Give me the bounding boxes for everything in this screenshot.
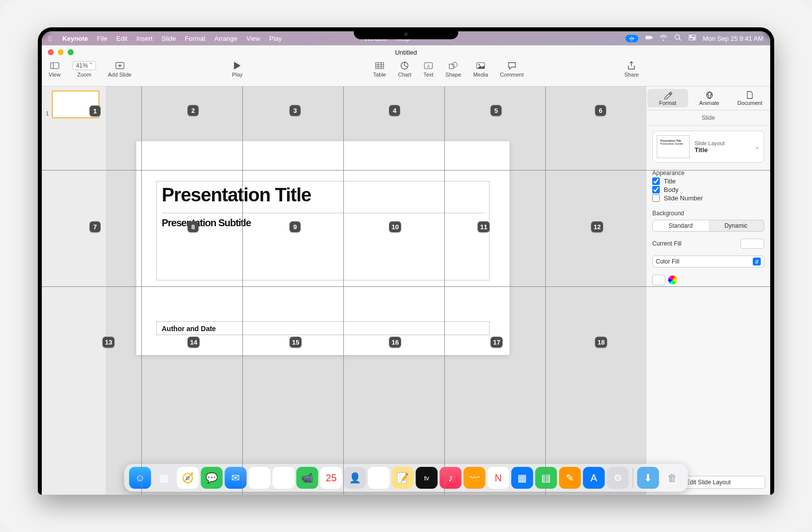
background-label: Background: [652, 210, 764, 217]
svg-rect-1: [646, 37, 651, 39]
dock-appstore[interactable]: A: [583, 467, 605, 489]
keynote-window: Untitled View 41% ˅ Zoom Add Slide: [42, 45, 770, 495]
dock-trash[interactable]: 🗑: [661, 467, 683, 489]
svg-rect-26: [705, 91, 713, 99]
current-fill-label: Current Fill: [652, 240, 682, 247]
fill-color-well[interactable]: [652, 274, 665, 285]
dock-pages[interactable]: ✎: [559, 467, 581, 489]
dock-maps[interactable]: 🗺: [249, 467, 271, 489]
dock-tv[interactable]: tv: [416, 467, 438, 489]
svg-point-3: [675, 35, 679, 39]
inspector: Format Animate Document Slide: [646, 87, 770, 495]
apple-menu[interactable]: : [49, 34, 51, 43]
toolbar-shape[interactable]: Shape: [445, 61, 461, 78]
tab-format[interactable]: Format: [647, 89, 688, 107]
dock-freeform[interactable]: 〰: [464, 467, 486, 489]
menu-insert[interactable]: Insert: [136, 35, 153, 42]
dock-safari[interactable]: 🧭: [177, 467, 199, 489]
slide-layout-picker[interactable]: Presentation Title Presentation Subtitle…: [652, 131, 764, 163]
title-placeholder[interactable]: Presentation Title Presentation Subtitle: [156, 181, 490, 280]
dock-downloads[interactable]: ⬇: [637, 467, 659, 489]
menu-edit[interactable]: Edit: [116, 35, 127, 42]
control-center-icon[interactable]: [689, 34, 696, 43]
appearance-label: Appearance: [652, 170, 764, 177]
toolbar-chart[interactable]: Chart: [398, 61, 411, 78]
dock-photos[interactable]: ✿: [273, 467, 295, 489]
toolbar-play[interactable]: Play: [232, 61, 242, 78]
minimize-button[interactable]: [58, 49, 64, 55]
menu-format[interactable]: Format: [185, 35, 205, 42]
titlebar: Untitled: [42, 46, 770, 59]
dock: ☺▦🧭💬✉🗺✿📹25👤☰📝tv♪〰N▦▤✎A⚙⬇🗑: [124, 464, 688, 492]
current-fill-swatch[interactable]: [740, 239, 764, 249]
svg-rect-9: [51, 63, 59, 69]
toolbar-view[interactable]: View: [49, 61, 61, 78]
svg-text:A: A: [427, 64, 430, 69]
close-button[interactable]: [48, 49, 54, 55]
search-icon[interactable]: [674, 34, 682, 43]
slide-title: Presentation Title: [162, 184, 484, 206]
svg-rect-6: [689, 38, 696, 40]
slide-thumbnail[interactable]: 1: [45, 90, 103, 118]
checkbox-slide-number[interactable]: Slide Number: [652, 194, 764, 202]
notch: [354, 27, 458, 39]
dock-finder[interactable]: ☺: [129, 467, 151, 489]
chevron-down-icon: ⌄: [755, 143, 760, 150]
dock-numbers[interactable]: ▤: [535, 467, 557, 489]
svg-point-25: [478, 64, 480, 66]
toolbar-zoom[interactable]: 41% ˅ Zoom: [73, 61, 96, 78]
dock-reminders[interactable]: ☰: [368, 467, 390, 489]
dock-messages[interactable]: 💬: [201, 467, 223, 489]
dock-music[interactable]: ♪: [440, 467, 462, 489]
menu-file[interactable]: File: [97, 35, 107, 42]
menu-play[interactable]: Play: [269, 35, 282, 42]
svg-point-7: [690, 35, 691, 37]
tab-document[interactable]: Document: [729, 87, 770, 110]
dock-calendar[interactable]: 25: [320, 467, 342, 489]
dock-notes[interactable]: 📝: [392, 467, 414, 489]
toolbar-text[interactable]: AText: [423, 61, 433, 78]
seg-dynamic[interactable]: Dynamic: [709, 220, 764, 231]
menu-view[interactable]: View: [246, 35, 260, 42]
status-pill[interactable]: •|•: [625, 35, 638, 42]
dock-news[interactable]: N: [488, 467, 509, 489]
slide-canvas[interactable]: Presentation Title Presentation Subtitle…: [106, 87, 646, 495]
menu-arrange[interactable]: Arrange: [214, 35, 237, 42]
wifi-icon[interactable]: [660, 34, 667, 43]
toolbar-comment[interactable]: Comment: [500, 61, 524, 78]
checkbox-title[interactable]: Title: [652, 177, 764, 185]
fullscreen-button[interactable]: [68, 49, 74, 55]
toolbar-add-slide[interactable]: Add Slide: [108, 61, 131, 78]
tab-animate[interactable]: Animate: [689, 87, 730, 110]
dock-contacts[interactable]: 👤: [344, 467, 366, 489]
dock-keynote[interactable]: ▦: [511, 467, 533, 489]
inspector-section: Slide: [646, 110, 770, 126]
slide[interactable]: Presentation Title Presentation Subtitle…: [136, 141, 509, 355]
seg-standard[interactable]: Standard: [653, 220, 709, 231]
color-wheel-icon[interactable]: [668, 275, 677, 284]
svg-line-4: [679, 39, 681, 40]
dock-mail[interactable]: ✉: [225, 467, 247, 489]
checkbox-body[interactable]: Body: [652, 186, 764, 193]
screen:  Keynote File Edit Insert Slide Format …: [42, 31, 770, 495]
dock-launchpad[interactable]: ▦: [153, 467, 175, 489]
stepper-icon: ⇵: [753, 258, 761, 266]
dock-settings[interactable]: ⚙: [607, 467, 629, 489]
battery-icon[interactable]: [645, 34, 653, 43]
laptop-frame:  Keynote File Edit Insert Slide Format …: [38, 27, 774, 495]
author-placeholder[interactable]: Author and Date: [156, 321, 490, 335]
svg-point-23: [452, 62, 457, 67]
background-segmented[interactable]: Standard Dynamic: [652, 220, 764, 232]
slide-navigator[interactable]: 1: [42, 87, 106, 495]
fill-type-select[interactable]: Color Fill ⇵: [652, 256, 764, 267]
menu-slide[interactable]: Slide: [162, 35, 176, 42]
toolbar-media[interactable]: Media: [473, 61, 488, 78]
menubar-datetime[interactable]: Mon Sep 25 9:41 AM: [703, 35, 763, 42]
svg-rect-5: [689, 35, 696, 37]
app-name[interactable]: Keynote: [62, 35, 88, 42]
svg-rect-14: [376, 63, 384, 69]
layout-thumbnail: Presentation Title Presentation Subtitle: [657, 135, 690, 158]
toolbar-table[interactable]: Table: [373, 61, 386, 78]
toolbar-share[interactable]: Share: [624, 61, 639, 78]
dock-facetime[interactable]: 📹: [297, 467, 318, 489]
